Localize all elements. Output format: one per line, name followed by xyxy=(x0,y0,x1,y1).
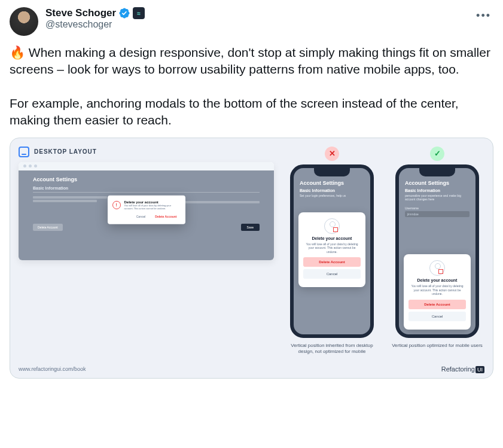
modal-desc: You will lose all of your data by deleti… xyxy=(409,284,466,296)
desktop-label: DESKTOP LAYOUT xyxy=(34,148,97,155)
desktop-layout-panel: DESKTOP LAYOUT Account Settings Basic In… xyxy=(19,147,274,260)
delete-button: Delete Account xyxy=(151,214,180,220)
modal-title: Delete your account xyxy=(303,236,361,240)
field-label: Username xyxy=(405,206,470,210)
footer-url: www.refactoringui.com/book xyxy=(19,366,86,372)
mobile-modal-bottom: Delete your account You will lose all of… xyxy=(404,254,471,330)
desktop-modal: Delete your account You will lose all of… xyxy=(108,196,185,224)
phone-mockup-centered: Account Settings Basic Information Set y… xyxy=(290,164,374,338)
phone-mockup-bottom: Account Settings Basic Information perso… xyxy=(395,164,479,338)
phone-bottom-panel: ✓ Account Settings Basic Information per… xyxy=(390,147,484,349)
page-title: Account Settings xyxy=(33,176,260,182)
cancel-button: Cancel xyxy=(409,312,466,321)
modal-desc: You will lose all of your data by deleti… xyxy=(303,242,361,254)
user-warning-icon xyxy=(429,260,445,276)
mobile-modal-centered: Delete your account You will lose all of… xyxy=(298,212,365,288)
cancel-button: Cancel xyxy=(303,269,361,279)
modal-desc: You will lose all of your data by deleti… xyxy=(124,204,181,210)
phone-centered-panel: ✕ Account Settings Basic Information Set… xyxy=(285,147,379,355)
modal-title: Delete your account xyxy=(409,278,466,282)
more-options-button[interactable]: ••• xyxy=(474,7,493,25)
bad-indicator-icon: ✕ xyxy=(325,147,339,161)
user-warning-icon xyxy=(324,218,340,234)
good-indicator-icon: ✓ xyxy=(430,147,444,161)
display-name[interactable]: Steve Schoger xyxy=(45,7,116,19)
browser-mockup: Account Settings Basic Information Usern… xyxy=(19,162,274,260)
section-desc: personalize your experience and make big… xyxy=(405,194,470,202)
footer-brand: RefactoringUI xyxy=(441,365,484,373)
author-block: Steve Schoger ≈ @steveschoger xyxy=(45,7,145,30)
warning-icon xyxy=(112,201,121,209)
section-desc: Set your login preferences, help us xyxy=(300,194,364,198)
delete-button: Delete Account xyxy=(409,300,466,309)
username-value: jimmdoe xyxy=(405,211,470,217)
cancel-button: Cancel xyxy=(133,214,150,220)
page-title: Account Settings xyxy=(300,180,364,186)
app-badge-icon: ≈ xyxy=(133,7,145,19)
tweet-text: 🔥 When making a design responsive, don't… xyxy=(10,44,493,129)
caption-bottom: Vertical position optimized for mobile u… xyxy=(390,343,484,349)
attached-image[interactable]: DESKTOP LAYOUT Account Settings Basic In… xyxy=(10,138,493,379)
page-title: Account Settings xyxy=(405,180,470,186)
section-title: Basic Information xyxy=(300,188,364,193)
save-button: Save xyxy=(241,224,260,231)
delete-button: Delete Account xyxy=(303,257,361,267)
tweet-header: Steve Schoger ≈ @steveschoger ••• xyxy=(10,7,493,36)
handle[interactable]: @steveschoger xyxy=(45,19,145,30)
avatar[interactable] xyxy=(10,7,38,36)
caption-centered: Vertical position inherited from desktop… xyxy=(285,343,379,355)
section-title: Basic Information xyxy=(405,188,470,193)
ghost-button: Delete Account xyxy=(33,224,63,231)
verified-badge-icon xyxy=(118,7,130,19)
tweet-container: Steve Schoger ≈ @steveschoger ••• 🔥 When… xyxy=(0,0,503,386)
section-title: Basic Information xyxy=(33,186,260,190)
desktop-icon xyxy=(19,147,29,157)
